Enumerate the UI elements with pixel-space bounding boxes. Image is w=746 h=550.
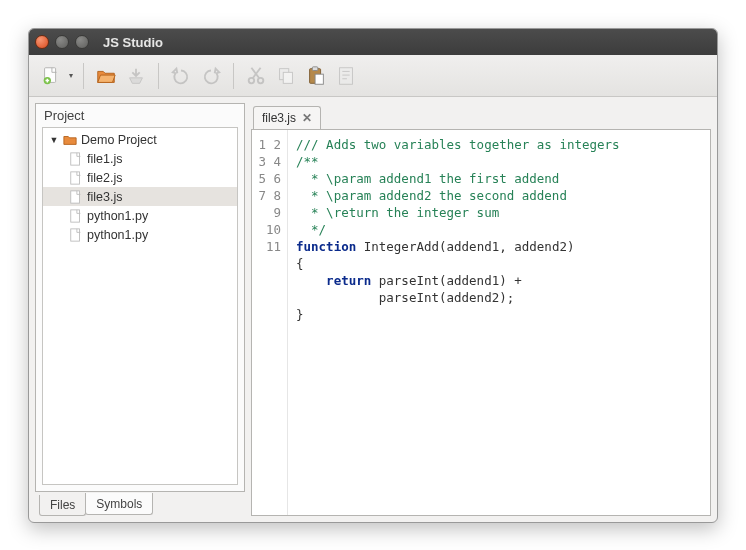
window-maximize-button[interactable] bbox=[75, 35, 89, 49]
svg-rect-14 bbox=[71, 228, 80, 240]
project-tree[interactable]: ▼ Demo Project file1.js file2.js bbox=[42, 127, 238, 485]
content-area: Project ▼ Demo Project file1.js bbox=[29, 97, 717, 522]
code-editor[interactable]: 1 2 3 4 5 6 7 8 9 10 11 /// Adds two var… bbox=[251, 129, 711, 516]
project-panel-title: Project bbox=[36, 104, 244, 125]
file-icon bbox=[69, 171, 83, 185]
title-bar: JS Studio bbox=[29, 29, 717, 55]
svg-rect-12 bbox=[71, 190, 80, 202]
new-file-button[interactable] bbox=[37, 62, 65, 90]
file-icon bbox=[69, 228, 83, 242]
panel-tabs: Files Symbols bbox=[35, 492, 245, 516]
code-content[interactable]: /// Adds two variables together as integ… bbox=[288, 130, 710, 515]
line-gutter: 1 2 3 4 5 6 7 8 9 10 11 bbox=[252, 130, 288, 515]
svg-rect-9 bbox=[340, 67, 353, 84]
undo-button[interactable] bbox=[167, 62, 195, 90]
project-file[interactable]: file3.js bbox=[43, 187, 237, 206]
project-file[interactable]: file1.js bbox=[43, 149, 237, 168]
project-file-label: file2.js bbox=[87, 171, 122, 185]
redo-button[interactable] bbox=[197, 62, 225, 90]
paste-button[interactable] bbox=[302, 62, 330, 90]
close-icon[interactable]: ✕ bbox=[302, 111, 312, 125]
app-window: JS Studio ▾ bbox=[28, 28, 718, 523]
window-minimize-button[interactable] bbox=[55, 35, 69, 49]
project-file[interactable]: file2.js bbox=[43, 168, 237, 187]
file-icon bbox=[69, 209, 83, 223]
project-file-label: file3.js bbox=[87, 190, 122, 204]
project-root[interactable]: ▼ Demo Project bbox=[43, 130, 237, 149]
file-icon bbox=[69, 190, 83, 204]
project-panel: Project ▼ Demo Project file1.js bbox=[35, 103, 245, 516]
cut-button[interactable] bbox=[242, 62, 270, 90]
folder-icon bbox=[63, 133, 77, 147]
window-title: JS Studio bbox=[103, 35, 163, 50]
project-file-label: file1.js bbox=[87, 152, 122, 166]
svg-rect-7 bbox=[312, 66, 318, 70]
svg-rect-11 bbox=[71, 171, 80, 183]
editor-tab[interactable]: file3.js ✕ bbox=[253, 106, 321, 129]
main-toolbar: ▾ bbox=[29, 55, 717, 97]
window-close-button[interactable] bbox=[35, 35, 49, 49]
open-file-button[interactable] bbox=[92, 62, 120, 90]
project-file[interactable]: python1.py bbox=[43, 206, 237, 225]
expand-icon[interactable]: ▼ bbox=[49, 135, 59, 145]
project-file-label: python1.py bbox=[87, 209, 148, 223]
svg-rect-8 bbox=[315, 74, 323, 84]
tab-symbols[interactable]: Symbols bbox=[85, 493, 153, 515]
editor-area: file3.js ✕ 1 2 3 4 5 6 7 8 9 10 11 /// A… bbox=[251, 103, 711, 516]
copy-button[interactable] bbox=[272, 62, 300, 90]
svg-rect-13 bbox=[71, 209, 80, 221]
project-file[interactable]: python1.py bbox=[43, 225, 237, 244]
file-icon bbox=[69, 152, 83, 166]
project-root-label: Demo Project bbox=[81, 133, 157, 147]
svg-rect-5 bbox=[283, 72, 292, 83]
new-file-dropdown[interactable]: ▾ bbox=[67, 71, 75, 80]
editor-tabs: file3.js ✕ bbox=[251, 103, 711, 129]
bookmark-button[interactable] bbox=[332, 62, 360, 90]
project-file-label: python1.py bbox=[87, 228, 148, 242]
tab-files[interactable]: Files bbox=[39, 495, 86, 516]
save-file-button[interactable] bbox=[122, 62, 150, 90]
editor-tab-label: file3.js bbox=[262, 111, 296, 125]
svg-rect-10 bbox=[71, 152, 80, 164]
